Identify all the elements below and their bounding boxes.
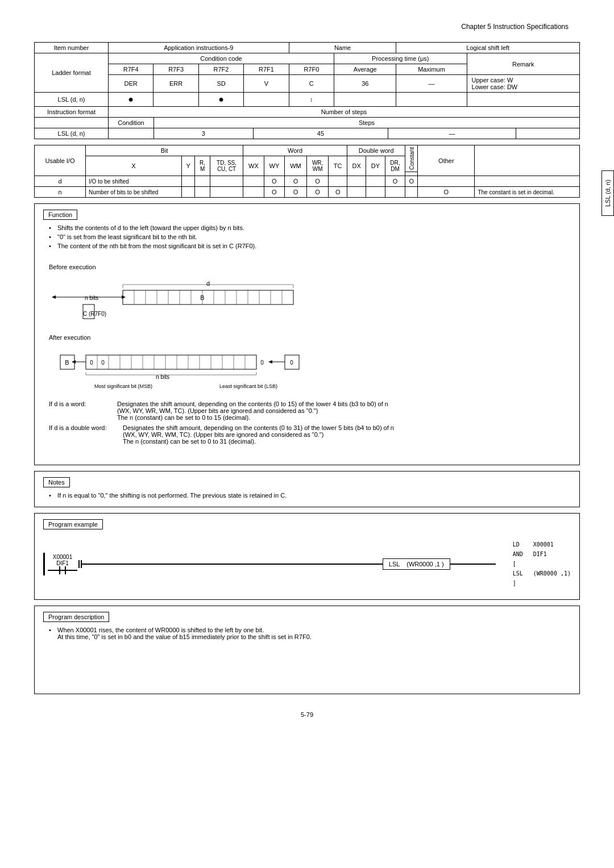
- d-wr-wm: [329, 176, 347, 187]
- function-bullets: Shifts the contents of d to the left (to…: [43, 224, 571, 249]
- row-n: n Number of bits to be shifted O O O O O…: [35, 187, 580, 198]
- steps-45: 45: [253, 128, 388, 139]
- function-bullet-2: "0" is set from the least significant bi…: [49, 233, 571, 240]
- td-ss-col: TD, SS,CU, CT: [210, 156, 243, 176]
- condition-code-label: Condition code: [109, 53, 334, 64]
- dr-dm-col: DR,DM: [385, 156, 405, 176]
- program-desc-bullets: When X00001 rises, the content of WR0000…: [43, 627, 571, 640]
- word-desc-1-label: If d is a word:: [49, 400, 117, 421]
- d-wx: O: [264, 176, 284, 187]
- n-wm: O: [306, 187, 329, 198]
- tc-col: TC: [329, 156, 347, 176]
- maximum-header: Maximum: [396, 64, 467, 75]
- remark-label: Remark: [467, 53, 579, 75]
- instruction-format-label: Instruction format: [35, 107, 109, 118]
- svg-text:B: B: [200, 294, 204, 301]
- d-y: [195, 176, 210, 187]
- dot-sd: ●: [198, 93, 243, 107]
- dot-der: ●: [109, 93, 154, 107]
- chapter-header: Chapter 5 Instruction Specifications: [34, 23, 580, 31]
- lsl-dn-cell: LSL (d, n): [35, 128, 109, 139]
- right-code-block: LD X00001 AND DIF1 [ LSL (WR0000 ,1) ]: [513, 540, 571, 588]
- dy-col: DY: [366, 156, 385, 176]
- function-section: Function Shifts the contents of d to the…: [34, 203, 580, 465]
- d-x: [182, 176, 195, 187]
- n-td-ss: [243, 187, 264, 198]
- svg-marker-22: [122, 295, 126, 299]
- empty-format: [35, 118, 109, 128]
- n-id: n: [35, 187, 86, 198]
- empty-max: [396, 93, 467, 107]
- n-label: Number of bits to be shifted: [86, 187, 182, 198]
- r7f3-header: R7F3: [154, 64, 198, 75]
- svg-text:B: B: [65, 359, 69, 366]
- contact-label-x00001: X00001: [53, 554, 72, 560]
- steps-sub-label: Steps: [154, 118, 580, 128]
- code-line-5: ]: [513, 578, 571, 588]
- svg-marker-50: [268, 360, 272, 364]
- dot-err: [154, 93, 198, 107]
- empty-remark: [467, 93, 579, 107]
- constant-header: Constant: [405, 145, 418, 172]
- lsl-coil: LSL (WR0000 ,1 ): [383, 558, 450, 570]
- notes-title: Notes: [43, 477, 70, 487]
- function-bullet-3: The content of the nth bit from the most…: [49, 243, 571, 249]
- double-word-header: Double word: [347, 145, 405, 156]
- middle-wire: [95, 564, 383, 565]
- der-cell: DER: [109, 75, 154, 93]
- condition-sub-label: Condition: [109, 118, 154, 128]
- before-exec-label: Before execution: [49, 264, 565, 270]
- n-const: O: [418, 187, 475, 198]
- row-d: d I/O to be shifted O O O O O: [35, 176, 580, 187]
- word-desc-1-text: Designates the shift amount, depending o…: [117, 400, 565, 421]
- name-value-cell: Logical shift left: [396, 43, 580, 53]
- wire-right-x: [66, 570, 77, 571]
- ladder-format-cell: Ladder format: [35, 53, 109, 93]
- contact-label-dif1: DIF1: [56, 560, 69, 566]
- processing-time-label: Processing time (μs): [334, 53, 467, 64]
- sidebar-tab: LSL (d, n): [601, 170, 614, 216]
- r7f1-header: R7F1: [244, 64, 289, 75]
- word-desc-2-label: If d is a double word:: [49, 424, 123, 445]
- svg-text:0: 0: [260, 360, 264, 366]
- steps-dash: —: [388, 128, 516, 139]
- constant-sub-row: [405, 172, 418, 176]
- dif-wire: [84, 564, 95, 565]
- d-dx: [366, 176, 385, 187]
- dot-v: [244, 93, 289, 107]
- before-exec-diagram: B d n bits C (R7F0): [49, 273, 390, 330]
- svg-text:C (R7F0): C (R7F0): [83, 311, 106, 317]
- x-col: X: [86, 156, 182, 176]
- svg-text:0: 0: [290, 360, 293, 366]
- svg-rect-0: [123, 290, 293, 304]
- function-bullet-1: Shifts the contents of d to the left (to…: [49, 224, 571, 231]
- code-line-2: AND DIF1: [513, 549, 571, 559]
- svg-text:n bits: n bits: [156, 374, 169, 380]
- d-wy: O: [285, 176, 307, 187]
- d-const: [418, 176, 475, 187]
- n-tc: [347, 187, 366, 198]
- usable-io-label: Usable I/O: [35, 145, 86, 176]
- code-line-1: LD X00001: [513, 540, 571, 549]
- avg-value-cell: 36: [334, 75, 396, 93]
- empty-step5: [516, 128, 579, 139]
- svg-text:0: 0: [90, 360, 93, 366]
- y-col: Y: [182, 156, 195, 176]
- svg-text:d: d: [206, 280, 210, 287]
- err-cell: ERR: [154, 75, 198, 93]
- svg-marker-24: [52, 295, 56, 299]
- svg-text:n bits: n bits: [85, 295, 98, 301]
- notes-bullets: If n is equal to "0," the shifting is no…: [43, 492, 571, 499]
- number-of-steps-label: Number of steps: [109, 107, 580, 118]
- notes-bullet-1: If n is equal to "0," the shifting is no…: [49, 492, 571, 499]
- wx-col: WX: [243, 156, 264, 176]
- wm-col: WM: [285, 156, 307, 176]
- bit-header: Bit: [86, 145, 243, 156]
- wr-wm-col: WR,WM: [306, 156, 329, 176]
- right-wire: [450, 564, 496, 565]
- empty-condition: [109, 128, 154, 139]
- d-other: [475, 176, 580, 187]
- v-cell: V: [244, 75, 289, 93]
- notes-section: Notes If n is equal to "0," the shifting…: [34, 471, 580, 507]
- d-wm: O: [306, 176, 329, 187]
